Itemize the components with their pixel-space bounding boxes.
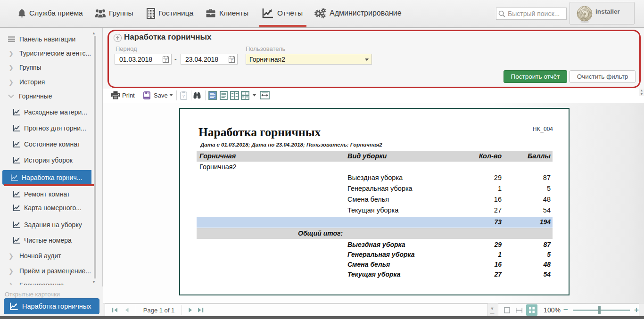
svg-text:?: ? [182,94,185,98]
svg-text:7: 7 [231,58,233,63]
svg-text:7: 7 [165,58,167,63]
